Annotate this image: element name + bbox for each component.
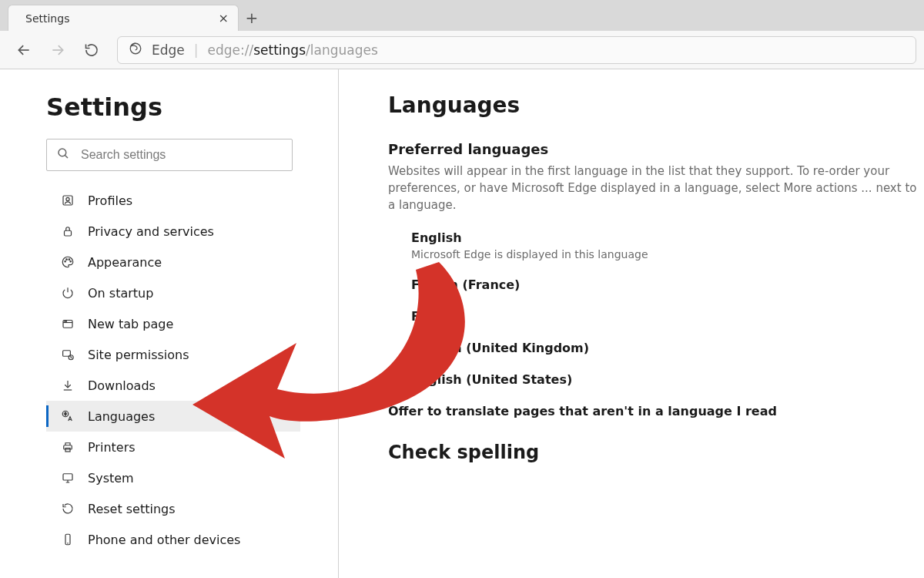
search-icon bbox=[56, 146, 70, 163]
edge-logo-icon bbox=[129, 42, 142, 59]
translate-toggle-row[interactable]: Offer to translate pages that aren't in … bbox=[388, 404, 924, 418]
refresh-button[interactable] bbox=[75, 34, 108, 66]
sidebar-item-label: Privacy and services bbox=[88, 224, 214, 239]
sidebar-item-label: Languages bbox=[88, 409, 155, 424]
sidebar-item-downloads[interactable]: Downloads bbox=[46, 370, 300, 401]
new-tab-button[interactable]: + bbox=[239, 5, 265, 31]
sidebar-item-system[interactable]: System bbox=[46, 462, 300, 493]
language-row[interactable]: French (France) bbox=[411, 277, 924, 292]
address-divider: | bbox=[194, 42, 199, 58]
settings-search[interactable] bbox=[46, 139, 293, 171]
language-row[interactable]: English (United Kingdom) bbox=[411, 341, 924, 355]
svg-rect-17 bbox=[65, 449, 70, 452]
sidebar-item-printers[interactable]: Printers bbox=[46, 432, 300, 462]
translate-toggle-label: Offer to translate pages that aren't in … bbox=[388, 404, 777, 418]
palette-icon bbox=[60, 254, 75, 270]
svg-point-12 bbox=[66, 321, 67, 322]
language-row[interactable]: French bbox=[411, 309, 924, 324]
tab-strip: Settings × + bbox=[0, 0, 924, 31]
sidebar-item-permissions[interactable]: Site permissions bbox=[46, 339, 300, 370]
svg-point-6 bbox=[65, 261, 66, 263]
address-product: Edge bbox=[152, 42, 185, 58]
svg-point-8 bbox=[69, 259, 70, 260]
language-row[interactable]: English (United States) bbox=[411, 372, 924, 387]
sidebar-item-label: Phone and other devices bbox=[88, 533, 240, 547]
tab-title: Settings bbox=[25, 12, 69, 25]
svg-point-4 bbox=[66, 197, 69, 200]
newtab-icon bbox=[60, 316, 75, 331]
content-area: Settings Profiles Privacy and services A… bbox=[0, 69, 924, 578]
svg-point-11 bbox=[65, 321, 65, 322]
profile-icon bbox=[60, 193, 75, 208]
forward-button[interactable] bbox=[42, 34, 74, 66]
settings-search-input[interactable] bbox=[79, 147, 283, 163]
sidebar-item-profiles[interactable]: Profiles bbox=[46, 185, 300, 216]
power-icon bbox=[60, 285, 75, 301]
svg-rect-16 bbox=[64, 445, 72, 449]
languages-icon bbox=[60, 408, 75, 424]
sidebar-item-newtab[interactable]: New tab page bbox=[46, 308, 300, 339]
language-note: Microsoft Edge is displayed in this lang… bbox=[411, 248, 924, 260]
svg-point-7 bbox=[66, 259, 68, 260]
settings-main: Languages Preferred languages Websites w… bbox=[339, 69, 924, 578]
sidebar-item-reset[interactable]: Reset settings bbox=[46, 493, 300, 524]
download-icon bbox=[60, 378, 75, 393]
sidebar-item-label: Site permissions bbox=[88, 348, 189, 362]
browser-tab[interactable]: Settings × bbox=[8, 5, 239, 31]
language-name: French bbox=[411, 309, 924, 324]
language-name: English (United Kingdom) bbox=[411, 341, 924, 355]
settings-title: Settings bbox=[46, 92, 338, 122]
preferred-languages-description: Websites will appear in the first langua… bbox=[388, 163, 924, 213]
sidebar-item-phone[interactable]: Phone and other devices bbox=[46, 524, 300, 555]
sidebar-item-languages[interactable]: Languages bbox=[46, 401, 300, 432]
check-spelling-heading: Check spelling bbox=[388, 442, 924, 463]
sidebar-item-label: On startup bbox=[88, 286, 153, 301]
address-bar[interactable]: Edge | edge://settings/languages bbox=[117, 36, 916, 64]
svg-rect-5 bbox=[65, 230, 72, 236]
sidebar-item-privacy[interactable]: Privacy and services bbox=[46, 216, 300, 247]
svg-point-9 bbox=[70, 261, 72, 263]
preferred-languages-heading: Preferred languages bbox=[388, 141, 924, 157]
language-name: French (France) bbox=[411, 277, 924, 292]
sidebar-item-label: Appearance bbox=[88, 255, 162, 270]
permissions-icon bbox=[60, 347, 75, 362]
language-name: English (United States) bbox=[411, 372, 924, 387]
page-title: Languages bbox=[388, 92, 924, 118]
printer-icon bbox=[60, 439, 75, 455]
address-url: edge://settings/languages bbox=[208, 42, 378, 58]
sidebar-item-appearance[interactable]: Appearance bbox=[46, 247, 300, 277]
sidebar-item-label: Printers bbox=[88, 440, 136, 455]
settings-nav: Profiles Privacy and services Appearance… bbox=[46, 185, 338, 555]
sidebar-item-label: Profiles bbox=[88, 193, 132, 208]
back-button[interactable] bbox=[8, 34, 40, 66]
sidebar-item-startup[interactable]: On startup bbox=[46, 277, 300, 308]
lock-icon bbox=[60, 223, 75, 239]
sidebar-item-label: New tab page bbox=[88, 317, 173, 331]
reset-icon bbox=[60, 501, 75, 516]
svg-rect-18 bbox=[63, 474, 72, 480]
sidebar-item-label: Reset settings bbox=[88, 502, 176, 516]
phone-icon bbox=[60, 532, 75, 547]
browser-toolbar: Edge | edge://settings/languages bbox=[0, 31, 924, 69]
system-icon bbox=[60, 470, 75, 486]
sidebar-item-label: System bbox=[88, 471, 134, 486]
language-row[interactable]: English Microsoft Edge is displayed in t… bbox=[411, 230, 924, 260]
sidebar-item-label: Downloads bbox=[88, 378, 156, 393]
settings-sidebar: Settings Profiles Privacy and services A… bbox=[0, 69, 339, 578]
language-name: English bbox=[411, 230, 924, 245]
tab-close-icon[interactable]: × bbox=[219, 11, 229, 25]
